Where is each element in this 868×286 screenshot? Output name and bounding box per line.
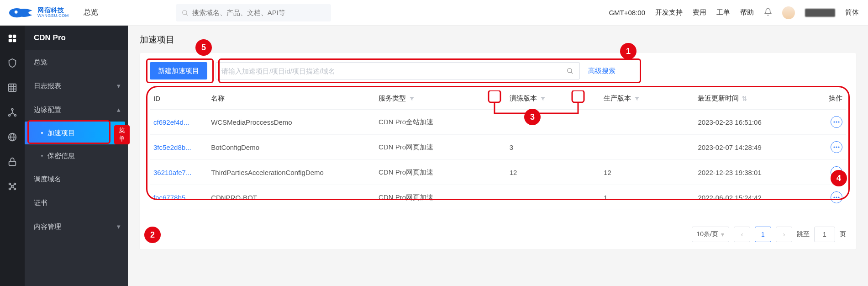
lang-switch[interactable]: 简体 xyxy=(845,8,859,17)
jump-page-input[interactable] xyxy=(814,227,835,242)
row-actions-button[interactable] xyxy=(831,166,842,178)
th-rehearse[interactable]: 演练版本 xyxy=(506,88,600,110)
svg-line-26 xyxy=(13,185,14,186)
rail-grid-icon[interactable] xyxy=(7,82,18,93)
svg-rect-19 xyxy=(9,161,16,165)
sidebar-item-log[interactable]: 日志报表 ▾ xyxy=(25,74,128,98)
th-svc[interactable]: 服务类型 xyxy=(375,88,506,110)
svg-point-42 xyxy=(838,196,839,198)
total-records: 条 xyxy=(150,230,156,238)
row-actions-button[interactable] xyxy=(831,191,842,203)
avatar[interactable] xyxy=(782,6,795,19)
th-prod[interactable]: 生产版本 xyxy=(600,88,694,110)
cell-rehearse xyxy=(506,185,600,210)
dot-icon xyxy=(41,132,43,134)
page-next-button[interactable]: › xyxy=(776,227,792,242)
svg-line-27 xyxy=(11,187,12,188)
filter-icon[interactable] xyxy=(540,95,546,102)
search-icon xyxy=(181,9,189,16)
svg-point-38 xyxy=(836,171,837,173)
rail-lock-icon[interactable] xyxy=(7,156,18,167)
project-search-button[interactable] xyxy=(560,62,580,79)
global-search-input[interactable] xyxy=(192,9,326,16)
svg-point-31 xyxy=(833,121,835,122)
sidebar-item-edge[interactable]: 边缘配置 ▴ xyxy=(25,98,128,122)
cell-op xyxy=(810,110,846,135)
username-masked[interactable] xyxy=(805,9,835,17)
search-icon xyxy=(566,67,573,74)
svg-point-23 xyxy=(14,188,16,190)
svg-point-20 xyxy=(9,183,11,185)
table-row: cf692ef4d...WCSMediaProccessDemoCDN Pro全… xyxy=(150,110,846,135)
project-search-input[interactable] xyxy=(216,62,560,79)
page-size-select[interactable]: 10条/页 ▾ xyxy=(692,227,729,242)
timezone[interactable]: GMT+08:00 xyxy=(609,9,645,16)
svg-point-24 xyxy=(11,185,13,187)
rocket-icon xyxy=(9,5,34,21)
svg-point-22 xyxy=(9,188,11,190)
top-overview-link[interactable]: 总览 xyxy=(84,8,98,17)
svg-point-37 xyxy=(833,171,835,173)
cell-op xyxy=(810,135,846,160)
svg-point-1 xyxy=(15,10,18,13)
top-right: GMT+08:00 开发支持 费用 工单 帮助 简体 xyxy=(609,6,859,19)
cell-id[interactable]: 36210afe7... xyxy=(150,160,207,185)
page-title: 加速项目 xyxy=(140,34,856,46)
sidebar-item-dispatch[interactable]: 调度域名 xyxy=(25,167,128,191)
svg-rect-7 xyxy=(13,39,16,42)
cell-op xyxy=(810,160,846,185)
rail-globe-icon[interactable] xyxy=(7,132,18,143)
svg-point-13 xyxy=(11,109,13,111)
panel: 5 新建加速项目 高级搜索 1 ID 名称 xyxy=(140,53,856,249)
cell-prod xyxy=(600,110,694,135)
annotation-pill-menu: 菜单 xyxy=(114,125,130,144)
sidebar-item-cert[interactable]: 证书 xyxy=(25,191,128,215)
dev-support-link[interactable]: 开发支持 xyxy=(655,8,683,17)
svg-rect-6 xyxy=(9,39,12,42)
pagination: 10条/页 ▾ ‹ 1 › 跳至 页 xyxy=(692,227,846,242)
svg-point-39 xyxy=(838,171,839,173)
row-actions-button[interactable] xyxy=(831,141,842,153)
help-link[interactable]: 帮助 xyxy=(740,8,754,17)
svg-point-33 xyxy=(838,121,839,122)
th-id: ID xyxy=(150,88,207,110)
filter-icon[interactable] xyxy=(634,95,640,102)
sidebar-sub-accel[interactable]: 加速项目 xyxy=(25,122,125,144)
chevron-down-icon: ▾ xyxy=(117,222,121,231)
cell-id[interactable]: fac6778b5... xyxy=(150,185,207,210)
th-updated[interactable]: 最近更新时间⇅ xyxy=(694,88,809,110)
svg-line-25 xyxy=(11,185,12,186)
sidebar-item-content[interactable]: 内容管理 ▾ xyxy=(25,215,128,238)
ticket-link[interactable]: 工单 xyxy=(716,8,730,17)
global-search[interactable] xyxy=(176,4,331,21)
sidebar-title: CDN Pro xyxy=(25,26,128,50)
cell-rehearse xyxy=(506,110,600,135)
rail-nodes-icon[interactable] xyxy=(7,107,18,118)
advanced-search-link[interactable]: 高级搜索 xyxy=(588,67,615,75)
filter-icon[interactable] xyxy=(409,95,415,102)
brand-logo[interactable]: 网宿科技 WANGSU.COM xyxy=(9,5,69,21)
cell-id[interactable]: 3fc5e2d8b... xyxy=(150,135,207,160)
svg-point-21 xyxy=(14,183,16,185)
rail-shield-icon[interactable] xyxy=(7,58,18,69)
sidebar-item-overview[interactable]: 总览 xyxy=(25,50,128,74)
sort-icon[interactable]: ⇅ xyxy=(742,95,747,103)
row-actions-button[interactable] xyxy=(831,116,842,128)
cell-prod: 12 xyxy=(600,160,694,185)
cell-updated: 2023-02-07 14:28:49 xyxy=(694,135,809,160)
rail-network-icon[interactable] xyxy=(7,181,18,192)
new-accel-button[interactable]: 新建加速项目 xyxy=(150,62,207,79)
chevron-down-icon: ▾ xyxy=(721,231,724,238)
svg-point-35 xyxy=(836,146,837,148)
cell-id[interactable]: cf692ef4d... xyxy=(150,110,207,135)
page-number-current[interactable]: 1 xyxy=(755,227,771,242)
page-prev-button[interactable]: ‹ xyxy=(734,227,750,242)
brand-name: 网宿科技 xyxy=(37,7,69,14)
svg-point-36 xyxy=(838,146,839,148)
bell-icon[interactable] xyxy=(764,8,772,17)
rail-apps-icon[interactable] xyxy=(7,33,18,44)
svg-point-34 xyxy=(833,146,835,148)
sidebar-sub-secret[interactable]: 保密信息 xyxy=(25,144,128,167)
cost-link[interactable]: 费用 xyxy=(693,8,706,17)
cell-name: WCSMediaProccessDemo xyxy=(207,110,375,135)
